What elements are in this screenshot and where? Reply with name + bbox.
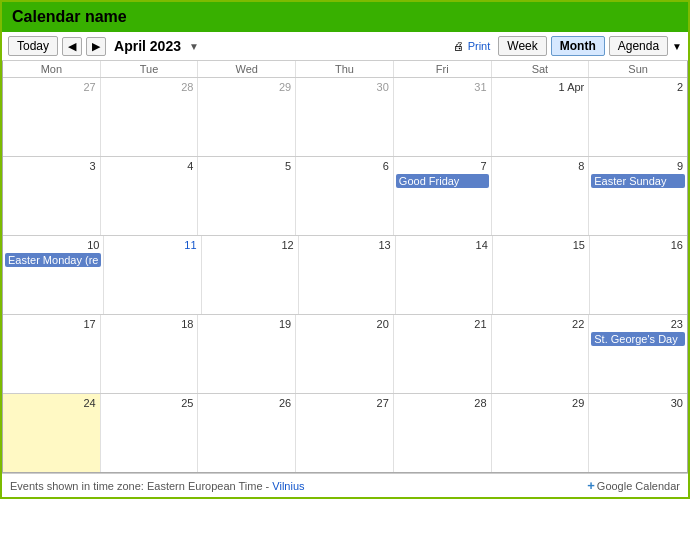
dow-cell-fri: Fri (394, 61, 492, 77)
agenda-dropdown-arrow[interactable]: ▼ (672, 41, 682, 52)
google-calendar-branding: + Google Calendar (587, 478, 680, 493)
cal-cell-week2-day1[interactable]: 11 (104, 236, 201, 314)
cal-cell-week4-day2[interactable]: 26 (198, 394, 296, 472)
day-number: 29 (200, 80, 293, 94)
calendar-grid: MonTueWedThuFriSatSun 27282930311 Apr234… (2, 61, 688, 473)
day-number: 5 (200, 159, 293, 173)
day-number: 6 (298, 159, 391, 173)
month-dropdown-arrow[interactable]: ▼ (189, 41, 199, 52)
next-button[interactable]: ▶ (86, 37, 106, 56)
calendar-event[interactable]: St. George's Day (591, 332, 685, 346)
day-number: 27 (5, 80, 98, 94)
day-number: 23 (591, 317, 685, 331)
day-number: 2 (591, 80, 685, 94)
cal-cell-week4-day4[interactable]: 28 (394, 394, 492, 472)
calendar-row-2: 10Easter Monday (re111213141516 (3, 236, 687, 315)
cal-cell-week1-day1[interactable]: 4 (101, 157, 199, 235)
cal-cell-week1-day6[interactable]: 9Easter Sunday (589, 157, 687, 235)
print-link[interactable]: Print (468, 40, 491, 52)
day-number: 18 (103, 317, 196, 331)
day-number: 12 (204, 238, 296, 252)
agenda-button[interactable]: Agenda (609, 36, 668, 56)
cal-cell-week0-day4[interactable]: 31 (394, 78, 492, 156)
timezone-link[interactable]: Vilnius (272, 480, 304, 492)
cal-cell-week3-day5[interactable]: 22 (492, 315, 590, 393)
day-number: 10 (5, 238, 101, 252)
calendar-row-4: 24252627282930 (3, 394, 687, 472)
day-number: 24 (5, 396, 98, 410)
calendar-name: Calendar name (12, 8, 127, 25)
cal-cell-week3-day4[interactable]: 21 (394, 315, 492, 393)
calendar-row-3: 17181920212223St. George's Day (3, 315, 687, 394)
day-number: 19 (200, 317, 293, 331)
prev-button[interactable]: ◀ (62, 37, 82, 56)
cal-cell-week4-day5[interactable]: 29 (492, 394, 590, 472)
day-number: 21 (396, 317, 489, 331)
cal-cell-week2-day5[interactable]: 15 (493, 236, 590, 314)
today-button[interactable]: Today (8, 36, 58, 56)
day-number: 25 (103, 396, 196, 410)
day-number: 7 (396, 159, 489, 173)
cal-cell-week3-day3[interactable]: 20 (296, 315, 394, 393)
dow-cell-sat: Sat (492, 61, 590, 77)
cal-cell-week2-day4[interactable]: 14 (396, 236, 493, 314)
cal-cell-week2-day2[interactable]: 12 (202, 236, 299, 314)
cal-cell-week1-day2[interactable]: 5 (198, 157, 296, 235)
day-number: 4 (103, 159, 196, 173)
day-number: 15 (495, 238, 587, 252)
cal-cell-week2-day6[interactable]: 16 (590, 236, 687, 314)
day-of-week-header: MonTueWedThuFriSatSun (3, 61, 687, 78)
day-number: 28 (396, 396, 489, 410)
day-number: 20 (298, 317, 391, 331)
google-calendar-label: Google Calendar (597, 480, 680, 492)
cal-cell-week3-day6[interactable]: 23St. George's Day (589, 315, 687, 393)
cal-cell-week3-day0[interactable]: 17 (3, 315, 101, 393)
cal-cell-week0-day2[interactable]: 29 (198, 78, 296, 156)
day-number: 11 (106, 238, 198, 252)
cal-cell-week0-day0[interactable]: 27 (3, 78, 101, 156)
day-number: 9 (591, 159, 685, 173)
cal-cell-week1-day0[interactable]: 3 (3, 157, 101, 235)
cal-cell-week0-day5[interactable]: 1 Apr (492, 78, 590, 156)
timezone-label: Events shown in time zone: Eastern Europ… (10, 480, 269, 492)
dow-cell-mon: Mon (3, 61, 101, 77)
cal-cell-week3-day2[interactable]: 19 (198, 315, 296, 393)
month-label: April 2023 (114, 38, 181, 54)
day-number: 3 (5, 159, 98, 173)
cal-cell-week3-day1[interactable]: 18 (101, 315, 199, 393)
cal-cell-week0-day1[interactable]: 28 (101, 78, 199, 156)
dow-cell-sun: Sun (589, 61, 687, 77)
day-number: 17 (5, 317, 98, 331)
cal-cell-week4-day3[interactable]: 27 (296, 394, 394, 472)
cal-cell-week2-day0[interactable]: 10Easter Monday (re (3, 236, 104, 314)
day-number: 30 (298, 80, 391, 94)
calendar-event[interactable]: Easter Sunday (591, 174, 685, 188)
cal-cell-week4-day6[interactable]: 30 (589, 394, 687, 472)
day-number: 31 (396, 80, 489, 94)
cal-cell-week1-day3[interactable]: 6 (296, 157, 394, 235)
day-number: 26 (200, 396, 293, 410)
day-number: 22 (494, 317, 587, 331)
calendar-title-bar: Calendar name (2, 2, 688, 32)
calendar-event[interactable]: Easter Monday (re (5, 253, 101, 267)
dow-cell-thu: Thu (296, 61, 394, 77)
cal-cell-week2-day3[interactable]: 13 (299, 236, 396, 314)
calendar-event[interactable]: Good Friday (396, 174, 489, 188)
cal-cell-week0-day6[interactable]: 2 (589, 78, 687, 156)
calendar-body: 27282930311 Apr234567Good Friday89Easter… (3, 78, 687, 472)
cal-cell-week4-day1[interactable]: 25 (101, 394, 199, 472)
cal-cell-week1-day4[interactable]: 7Good Friday (394, 157, 492, 235)
dow-cell-tue: Tue (101, 61, 199, 77)
google-plus-icon: + (587, 478, 595, 493)
cal-cell-week4-day0[interactable]: 24 (3, 394, 101, 472)
timezone-info: Events shown in time zone: Eastern Europ… (10, 480, 305, 492)
day-number: 29 (494, 396, 587, 410)
calendar-row-1: 34567Good Friday89Easter Sunday (3, 157, 687, 236)
cal-cell-week1-day5[interactable]: 8 (492, 157, 590, 235)
day-number: 13 (301, 238, 393, 252)
month-button[interactable]: Month (551, 36, 605, 56)
week-button[interactable]: Week (498, 36, 546, 56)
day-number: 8 (494, 159, 587, 173)
calendar-controls: Today ◀ ▶ April 2023 ▼ 🖨 Print Week Mont… (2, 32, 688, 61)
cal-cell-week0-day3[interactable]: 30 (296, 78, 394, 156)
